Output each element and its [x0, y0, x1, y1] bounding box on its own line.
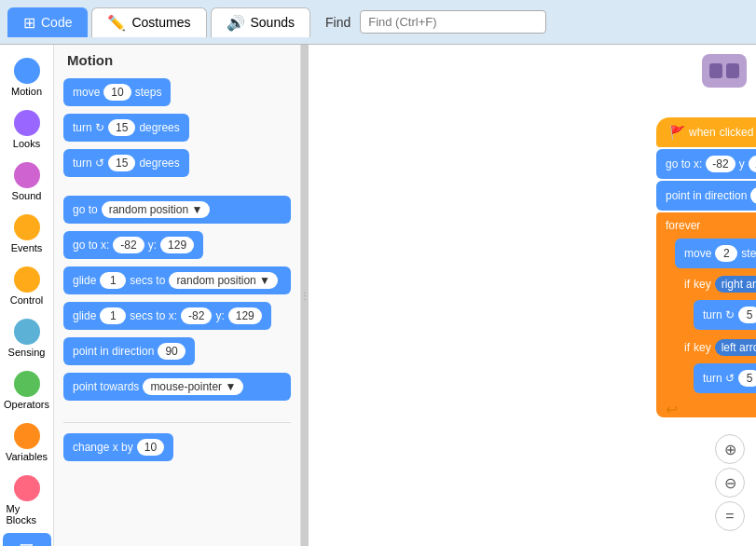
- costumes-icon: ✏️: [107, 14, 126, 32]
- zoom-in-button[interactable]: ⊕: [715, 434, 745, 464]
- topbar: ⊞ Code ✏️ Costumes 🔊 Sounds Find: [0, 0, 756, 45]
- blocks-panel: Motion move 10 steps turn ↻ 15 degrees t…: [54, 45, 301, 546]
- sidebar-control-label: Control: [10, 294, 43, 306]
- block-forever-header[interactable]: forever: [656, 212, 756, 239]
- block-point-towards[interactable]: point towards mouse-pointer ▼: [63, 370, 291, 403]
- sidebar-events-label: Events: [11, 242, 43, 253]
- tab-sounds-label: Sounds: [251, 15, 295, 30]
- variables-dot: [14, 423, 40, 449]
- if-left-inner: turn ↺ 5 degrees: [675, 363, 756, 395]
- sidebar-item-motion[interactable]: Motion: [3, 52, 51, 102]
- add-icon: ⊞: [19, 539, 34, 546]
- script-group-main: 🚩 when clicked go to x: -82 y 129 point …: [656, 117, 756, 417]
- myblocks-dot: [14, 475, 40, 501]
- find-input[interactable]: [360, 10, 546, 34]
- block-goto-random[interactable]: go to random position ▼: [63, 193, 291, 226]
- main-layout: Motion Looks Sound Events Control Sensin…: [0, 45, 756, 546]
- sounds-icon: 🔊: [227, 14, 245, 32]
- stage-block-if-left[interactable]: if key left arrow ▼ pressed? then: [675, 334, 756, 362]
- sprite-icon: [702, 54, 747, 88]
- block-when-flag[interactable]: 🚩 when clicked: [656, 117, 756, 147]
- blocks-panel-title: Motion: [63, 52, 291, 68]
- add-extension-button[interactable]: ⊞: [3, 533, 51, 546]
- tab-sounds[interactable]: 🔊 Sounds: [211, 7, 310, 37]
- sidebar-myblocks-label: My Blocks: [7, 503, 48, 526]
- svg-rect-0: [709, 63, 722, 78]
- sidebar-operators-label: Operators: [4, 399, 49, 410]
- looks-dot: [14, 110, 40, 136]
- sidebar-item-looks[interactable]: Looks: [3, 104, 51, 155]
- stage-block-if-right[interactable]: if key right arrow ▼ pressed? then: [675, 270, 756, 298]
- tab-code[interactable]: ⊞ Code: [7, 7, 88, 37]
- block-turn-cw[interactable]: turn ↻ 15 degrees: [63, 111, 291, 144]
- if-right-inner: turn ↻ 5 degrees: [675, 300, 756, 334]
- sidebar-item-variables[interactable]: Variables: [3, 417, 51, 468]
- tab-costumes[interactable]: ✏️ Costumes: [91, 7, 206, 37]
- tab-code-label: Code: [41, 15, 72, 30]
- block-move[interactable]: move 10 steps: [63, 75, 291, 109]
- stage-block-turn-left[interactable]: turn ↺ 5 degrees: [694, 363, 756, 393]
- stage-block-turn-right[interactable]: turn ↻ 5 degrees: [694, 300, 756, 330]
- operators-dot: [14, 371, 40, 397]
- sound-dot: [14, 162, 40, 188]
- block-change-x[interactable]: change x by 10: [63, 430, 291, 464]
- zoom-in-icon: ⊕: [724, 441, 736, 458]
- find-label: Find: [325, 15, 351, 30]
- zoom-fit-icon: =: [725, 508, 734, 525]
- zoom-controls: ⊕ ⊖ =: [715, 434, 745, 531]
- sidebar-motion-label: Motion: [11, 86, 42, 97]
- stage-block-goto-xy[interactable]: go to x: -82 y 129: [656, 149, 756, 179]
- block-turn-ccw[interactable]: turn ↺ 15 degrees: [63, 146, 291, 180]
- flag-icon: 🚩: [669, 125, 685, 140]
- sidebar-item-control[interactable]: Control: [3, 261, 51, 311]
- block-glide-random[interactable]: glide 1 secs to random position ▼: [63, 264, 291, 297]
- zoom-fit-button[interactable]: =: [715, 501, 745, 531]
- block-point-direction[interactable]: point in direction 90: [63, 334, 291, 368]
- blocks-divider: [63, 422, 291, 423]
- zoom-out-icon: ⊖: [724, 474, 736, 492]
- code-icon: ⊞: [23, 14, 35, 32]
- sidebar-item-sound[interactable]: Sound: [3, 157, 51, 207]
- forever-cap: ↩: [656, 401, 756, 417]
- sidebar-sensing-label: Sensing: [8, 347, 46, 358]
- svg-rect-1: [726, 63, 739, 78]
- sidebar-item-myblocks[interactable]: My Blocks: [3, 470, 51, 531]
- sprite-svg: [708, 58, 741, 84]
- tab-costumes-label: Costumes: [131, 15, 190, 30]
- sensing-dot: [14, 319, 40, 345]
- sidebar-item-operators[interactable]: Operators: [3, 365, 51, 416]
- sidebar-item-sensing[interactable]: Sensing: [3, 313, 51, 363]
- sidebar: Motion Looks Sound Events Control Sensin…: [0, 45, 54, 546]
- sidebar-sound-label: Sound: [12, 190, 42, 201]
- events-dot: [14, 214, 40, 240]
- motion-dot: [14, 58, 40, 84]
- stage-block-move[interactable]: move 2 steps: [675, 239, 756, 268]
- sidebar-item-events[interactable]: Events: [3, 209, 51, 259]
- control-dot: [14, 266, 40, 293]
- sidebar-looks-label: Looks: [13, 138, 40, 149]
- panel-drag-handle[interactable]: ⋮: [301, 45, 309, 546]
- stage-area[interactable]: 🚩 when clicked go to x: -82 y 129 point …: [309, 45, 756, 546]
- zoom-out-button[interactable]: ⊖: [715, 468, 745, 498]
- block-goto-xy[interactable]: go to x: -82 y: 129: [63, 228, 291, 262]
- block-glide-xy[interactable]: glide 1 secs to x: -82 y: 129: [63, 299, 291, 333]
- sidebar-variables-label: Variables: [6, 451, 48, 462]
- forever-inner-container: move 2 steps if key right arrow ▼ presse…: [656, 239, 756, 401]
- stage-block-point-dir[interactable]: point in direction 90: [656, 181, 756, 211]
